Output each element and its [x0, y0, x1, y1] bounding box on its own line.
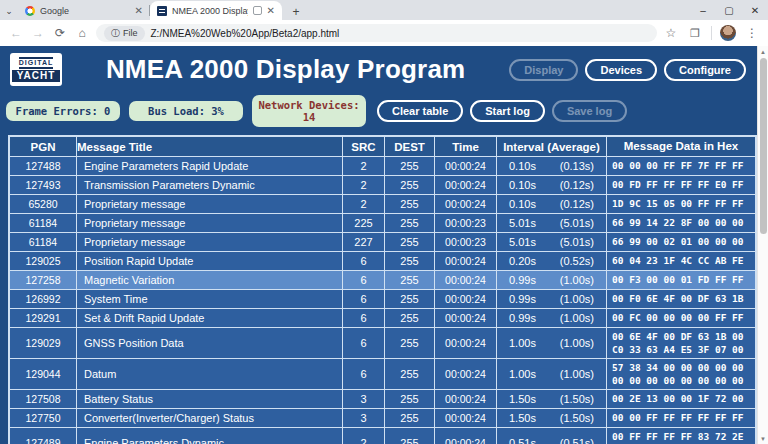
- scroll-down-icon[interactable]: ▼: [758, 433, 768, 444]
- cell-time: 00:00:24: [435, 195, 497, 213]
- clear-table-button[interactable]: Clear table: [377, 100, 463, 122]
- table-row[interactable]: 127750Converter(Inverter/Charger) Status…: [10, 409, 755, 428]
- url-field[interactable]: ⓘ File Z:/NMEA%20Web%20App/Beta2/app.htm…: [96, 24, 657, 42]
- info-icon: ⓘ: [111, 27, 120, 40]
- cell-src: 2: [343, 428, 385, 444]
- hex-line: 66 99 14 22 8F 00 00 00: [612, 216, 744, 229]
- hex-line: C0 33 63 A4 E5 3F 07 00: [612, 343, 744, 356]
- minimize-button[interactable]: –: [690, 0, 716, 20]
- forward-icon[interactable]: →: [30, 26, 46, 40]
- cell-src: 2: [343, 176, 385, 194]
- save-log-button[interactable]: Save log: [552, 100, 627, 122]
- interval-value: 0.51s: [509, 437, 536, 444]
- column-header: Interval (Average): [497, 137, 607, 156]
- tab-close-icon[interactable]: ✕: [135, 6, 143, 16]
- tab-title: NMEA 2000 Display Progra: [172, 6, 248, 16]
- cell-pgn: 61184: [10, 214, 77, 232]
- nmea-app-page: DIGITAL YACHT NMEA 2000 Display Program …: [0, 46, 768, 444]
- table-row[interactable]: 65280Proprietary message225500:00:240.10…: [10, 195, 755, 214]
- tab-options-icon[interactable]: [253, 6, 262, 15]
- cell-interval: 1.00s(1.00s): [497, 359, 607, 389]
- window-controls: – ▢ ✕: [690, 0, 768, 20]
- interval-value: 5.01s: [509, 236, 536, 248]
- divider: [711, 26, 712, 40]
- interval-value: 0.10s: [509, 179, 536, 191]
- maximize-button[interactable]: ▢: [716, 0, 742, 20]
- cell-dest: 255: [385, 428, 435, 444]
- table-row[interactable]: 129025Position Rapid Update625500:00:240…: [10, 252, 755, 271]
- address-bar: ← → ⟳ ⌂ ⓘ File Z:/NMEA%20Web%20App/Beta2…: [0, 20, 768, 46]
- cell-pgn: 126992: [10, 290, 77, 308]
- table-row[interactable]: 126992System Time625500:00:240.99s(1.00s…: [10, 290, 755, 309]
- start-log-button[interactable]: Start log: [470, 100, 545, 122]
- interval-values: 1.50s(1.50s): [497, 393, 606, 405]
- interval-average: (0.12s): [560, 179, 594, 191]
- display-button[interactable]: Display: [509, 59, 578, 81]
- close-button[interactable]: ✕: [742, 0, 768, 20]
- page-scrollbar[interactable]: ▲ ▼: [757, 46, 768, 444]
- interval-values: 0.10s(0.13s): [497, 160, 606, 172]
- profile-avatar[interactable]: [720, 25, 736, 41]
- interval-value: 1.50s: [509, 393, 536, 405]
- interval-value: 5.01s: [509, 217, 536, 229]
- scroll-up-icon[interactable]: ▲: [758, 46, 768, 57]
- table-row[interactable]: 127488Engine Parameters Rapid Update2255…: [10, 157, 755, 176]
- interval-value: 0.99s: [509, 312, 536, 324]
- table-row[interactable]: 61184Proprietary message22525500:00:235.…: [10, 214, 755, 233]
- interval-values: 0.99s(1.00s): [497, 293, 606, 305]
- column-header: Message Data in Hex: [607, 137, 755, 156]
- reload-icon[interactable]: ⟳: [52, 26, 68, 40]
- column-header: PGN: [10, 137, 77, 156]
- interval-average: (1.00s): [560, 293, 594, 305]
- cell-message-title: Transmission Parameters Dynamic: [77, 176, 343, 194]
- cell-hex-data: 00 2E 13 00 00 1F 72 00: [607, 390, 755, 408]
- devices-button[interactable]: Devices: [585, 59, 657, 81]
- cell-message-title: Battery Status: [77, 390, 343, 408]
- scrollbar-thumb[interactable]: [760, 58, 767, 234]
- home-icon[interactable]: ⌂: [74, 26, 90, 40]
- table-row[interactable]: 127508Battery Status325500:00:241.50s(1.…: [10, 390, 755, 409]
- configure-button[interactable]: Configure: [664, 59, 746, 81]
- bookmark-star-icon[interactable]: ☆: [663, 26, 679, 40]
- interval-average: (5.01s): [560, 217, 594, 229]
- interval-value: 0.99s: [509, 274, 536, 286]
- interval-header-inner: Interval (Average): [497, 141, 606, 153]
- tab-nmea-display[interactable]: NMEA 2000 Display Progra ✕: [150, 1, 282, 20]
- new-tab-button[interactable]: +: [288, 4, 304, 20]
- cell-src: 6: [343, 309, 385, 327]
- interval-values: 0.10s(0.12s): [497, 198, 606, 210]
- tab-close-icon[interactable]: ✕: [267, 6, 275, 16]
- cell-message-title: Proprietary message: [77, 214, 343, 232]
- cell-time: 00:00:24: [435, 409, 497, 427]
- tab-search-chevron-icon[interactable]: ⌄: [0, 2, 18, 20]
- cell-message-title: Set & Drift Rapid Update: [77, 309, 343, 327]
- table-row[interactable]: 129044Datum625500:00:241.00s(1.00s)57 38…: [10, 359, 755, 390]
- table-row[interactable]: 129291Set & Drift Rapid Update625500:00:…: [10, 309, 755, 328]
- log-buttons: Clear table Start log Save log: [377, 100, 627, 122]
- hex-line: 00 6E 4F 00 DF 63 1B 00: [612, 330, 744, 343]
- hex-line: 00 00 00 FF FF 7F FF FF: [612, 159, 744, 172]
- hex-line: 1D 9C 15 05 00 FF FF FF: [612, 197, 744, 210]
- cell-time: 00:00:24: [435, 252, 497, 270]
- hex-line: 00 2E 13 00 00 1F 72 00: [612, 392, 744, 405]
- cell-src: 2: [343, 157, 385, 175]
- tab-google[interactable]: Google ✕: [18, 1, 150, 20]
- interval-values: 1.00s(1.00s): [497, 337, 606, 349]
- hex-line: 66 99 00 02 01 00 00 00: [612, 235, 744, 248]
- extensions-icon[interactable]: ❐: [687, 27, 703, 40]
- interval-average: (0.13s): [560, 160, 594, 172]
- table-row[interactable]: 127489Engine Parameters Dynamic225500:00…: [10, 428, 755, 444]
- back-icon[interactable]: ←: [8, 26, 24, 40]
- column-header: Time: [435, 137, 497, 156]
- table-row[interactable]: 127493Transmission Parameters Dynamic225…: [10, 176, 755, 195]
- table-row[interactable]: 127258Magnetic Variation625500:00:240.99…: [10, 271, 755, 290]
- cell-interval: 5.01s(5.01s): [497, 214, 607, 232]
- table-row[interactable]: 129029GNSS Position Data625500:00:241.00…: [10, 328, 755, 359]
- interval-average: (1.00s): [560, 312, 594, 324]
- table-row[interactable]: 61184Proprietary message22725500:00:235.…: [10, 233, 755, 252]
- url-text: Z:/NMEA%20Web%20App/Beta2/app.html: [151, 28, 340, 39]
- hex-line: 00 FC 00 00 00 00 FF FF: [612, 311, 744, 324]
- page-title: NMEA 2000 Display Program: [62, 54, 509, 85]
- browser-menu-icon[interactable]: ⋮: [744, 26, 760, 40]
- file-scheme-chip[interactable]: ⓘ File: [104, 26, 145, 41]
